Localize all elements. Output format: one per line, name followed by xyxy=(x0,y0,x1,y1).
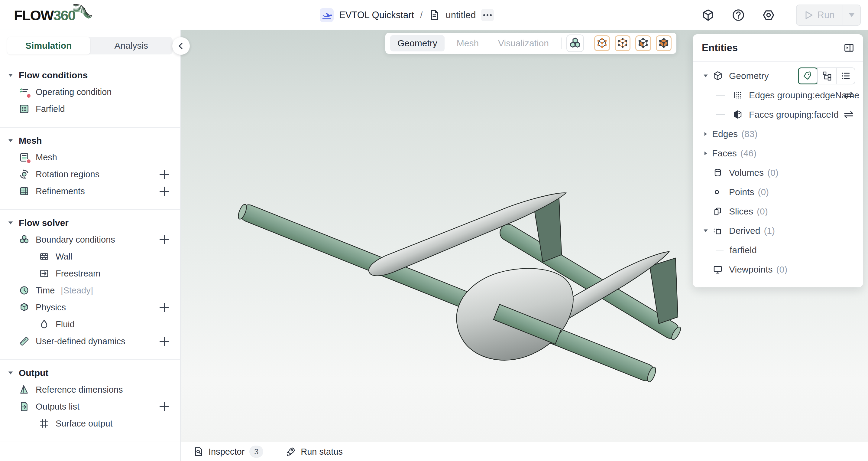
caret-down-icon xyxy=(8,74,13,77)
group-by-tag-button[interactable] xyxy=(799,68,817,84)
sidebar-item-wall[interactable]: Wall xyxy=(0,248,180,265)
breadcrumb-project[interactable]: EVTOL Quickstart xyxy=(339,10,414,21)
sidebar-item-operating-condition[interactable]: Operating condition xyxy=(0,84,180,100)
box-icon[interactable] xyxy=(701,8,715,22)
item-label: Fluid xyxy=(56,319,75,329)
select-edges-button[interactable] xyxy=(615,35,630,51)
item-label: Boundary conditions xyxy=(36,235,115,245)
entity-row-geometry[interactable]: Geometry xyxy=(693,66,863,86)
entity-row-edges-grouping[interactable]: Edges grouping:edgeName xyxy=(693,86,863,105)
point-icon xyxy=(712,186,723,198)
add-rotation-region-button[interactable] xyxy=(160,170,168,179)
more-options-button[interactable] xyxy=(481,9,494,21)
rotation-regions-icon xyxy=(19,169,30,180)
sidebar-item-mesh[interactable]: Mesh xyxy=(0,149,180,166)
section-mesh[interactable]: Mesh xyxy=(0,133,180,149)
entity-row-edges[interactable]: Edges (83) xyxy=(693,124,863,144)
sidebar-item-freestream[interactable]: Freestream xyxy=(0,265,180,282)
add-output-button[interactable] xyxy=(160,402,168,411)
entity-label: Faces grouping:faceId xyxy=(749,110,839,120)
select-vertices-button[interactable] xyxy=(594,35,610,51)
list-view-button[interactable] xyxy=(836,68,855,84)
sidebar-item-outputs-list[interactable]: Outputs list xyxy=(0,398,180,415)
sidebar-item-time[interactable]: Time [Steady] xyxy=(0,282,180,299)
section-flow-conditions[interactable]: Flow conditions xyxy=(0,67,180,84)
divider xyxy=(561,37,562,49)
tab-analysis[interactable]: Analysis xyxy=(90,37,173,54)
add-refinement-button[interactable] xyxy=(160,186,168,196)
inspector-tab[interactable]: Inspector 3 xyxy=(193,445,263,458)
sidebar-tabs: Simulation Analysis xyxy=(7,37,173,54)
regroup-edges-button[interactable] xyxy=(843,90,855,100)
item-label: Outputs list xyxy=(36,402,80,412)
section-flow-solver[interactable]: Flow solver xyxy=(0,215,180,231)
mesh-icon xyxy=(19,152,30,163)
section-title: Output xyxy=(19,368,49,378)
caret-down-icon xyxy=(704,230,708,232)
section-output[interactable]: Output xyxy=(0,365,180,381)
run-button[interactable]: Run xyxy=(796,4,861,26)
sidebar-item-fluid[interactable]: Fluid xyxy=(0,316,180,333)
sidebar-item-rotation-regions[interactable]: Rotation regions xyxy=(0,166,180,183)
regroup-faces-button[interactable] xyxy=(843,110,855,120)
simulation-sidebar: Simulation Analysis Flow conditions Oper… xyxy=(0,30,181,461)
tab-simulation[interactable]: Simulation xyxy=(7,37,90,54)
entity-label: Edges xyxy=(712,129,738,139)
caret-down-icon xyxy=(849,13,855,17)
tab-visualization[interactable]: Visualization xyxy=(491,35,556,51)
plane-takeoff-icon[interactable] xyxy=(320,8,334,22)
select-faces-button[interactable] xyxy=(635,35,651,51)
caret-right-icon xyxy=(705,132,707,136)
sidebar-item-user-defined-dynamics[interactable]: User-defined dynamics xyxy=(0,333,180,350)
settings-icon[interactable] xyxy=(762,8,776,22)
sidebar-collapse-button[interactable] xyxy=(172,37,190,55)
select-bodies-button[interactable] xyxy=(656,35,672,51)
item-label: Reference dimensions xyxy=(36,385,123,395)
breadcrumb-file[interactable]: untitled xyxy=(445,10,476,21)
flow360-logo: FLOW360 xyxy=(14,6,92,24)
surface-groups-button[interactable] xyxy=(566,34,584,52)
sidebar-item-reference-dimensions[interactable]: Reference dimensions xyxy=(0,381,180,398)
hexagons-icon xyxy=(569,37,581,49)
add-boundary-condition-button[interactable] xyxy=(160,235,168,244)
entity-label: Points xyxy=(729,187,754,197)
logo-flow-text: FLOW xyxy=(14,7,53,24)
boundary-conditions-icon xyxy=(19,234,30,245)
add-user-defined-dynamics-button[interactable] xyxy=(160,337,168,346)
modified-badge xyxy=(26,159,31,164)
sidebar-item-farfield[interactable]: Farfield xyxy=(0,100,180,117)
add-physics-button[interactable] xyxy=(160,303,168,312)
panel-collapse-button[interactable] xyxy=(843,42,855,54)
sidebar-item-surface-output[interactable]: Surface output xyxy=(0,415,180,432)
slices-icon xyxy=(712,206,723,217)
help-icon[interactable] xyxy=(732,8,745,22)
tab-mesh[interactable]: Mesh xyxy=(450,35,486,51)
tag-icon xyxy=(803,71,813,81)
sidebar-item-refinements[interactable]: Refinements xyxy=(0,183,180,200)
half-cube-icon xyxy=(732,109,743,120)
entity-row-slices[interactable]: Slices (0) xyxy=(693,202,863,221)
sidebar-item-physics[interactable]: Physics xyxy=(0,299,180,316)
entity-row-farfield[interactable]: farfield xyxy=(693,240,863,260)
sidebar-item-boundary-conditions[interactable]: Boundary conditions xyxy=(0,231,180,248)
group-by-hierarchy-button[interactable] xyxy=(817,68,836,84)
caret-right-icon xyxy=(705,151,707,155)
entity-row-points[interactable]: Points (0) xyxy=(693,182,863,202)
entity-row-viewpoints[interactable]: Viewpoints (0) xyxy=(693,260,863,279)
inspector-label: Inspector xyxy=(209,447,245,457)
item-label: Refinements xyxy=(36,186,85,196)
entity-label: Geometry xyxy=(729,71,769,81)
entity-label: Slices xyxy=(729,206,753,217)
run-dropdown-button[interactable] xyxy=(843,5,860,25)
caret-down-icon xyxy=(8,371,13,374)
entity-row-faces[interactable]: Faces (46) xyxy=(693,144,863,163)
run-status-tab[interactable]: Run status xyxy=(286,446,343,457)
run-button-main[interactable]: Run xyxy=(797,5,843,25)
entity-label: farfield xyxy=(730,245,757,255)
time-icon xyxy=(19,285,30,296)
tab-geometry[interactable]: Geometry xyxy=(390,35,444,51)
cube-faces-icon xyxy=(637,37,649,49)
entity-row-faces-grouping[interactable]: Faces grouping:faceId xyxy=(693,105,863,124)
entity-row-volumes[interactable]: Volumes (0) xyxy=(693,163,863,182)
entity-row-derived[interactable]: Derived (1) xyxy=(693,221,863,240)
